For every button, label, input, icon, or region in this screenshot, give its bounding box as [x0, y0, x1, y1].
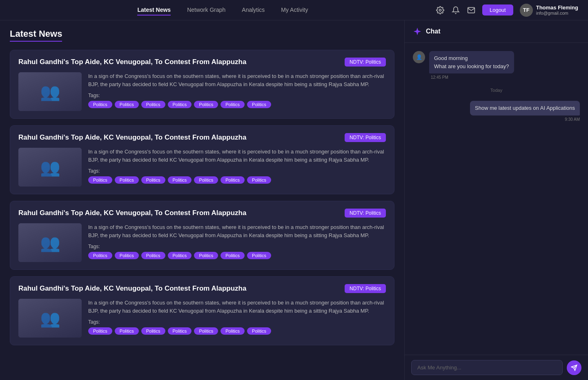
tag[interactable]: Politics: [115, 101, 139, 108]
card-description: In a sign of the Congress's focus on the…: [88, 72, 386, 89]
tag[interactable]: Politics: [141, 327, 165, 335]
article-image: [18, 299, 82, 338]
card-header: Rahul Gandhi's Top Aide, KC Venugopal, T…: [18, 58, 386, 67]
bot-avatar: 👤: [413, 51, 425, 63]
article-image: [18, 72, 82, 111]
chat-input[interactable]: [411, 360, 563, 375]
tag[interactable]: Politics: [141, 176, 165, 184]
chat-input-area: [405, 355, 588, 380]
tag[interactable]: Politics: [220, 101, 245, 108]
card-text-content: In a sign of the Congress's focus on the…: [88, 299, 386, 338]
msg-text: Good morningWhat are you looking for tod…: [429, 51, 514, 73]
tag[interactable]: Politics: [168, 176, 192, 184]
date-divider: Today: [413, 88, 580, 93]
tags-row: PoliticsPoliticsPoliticsPoliticsPolitics…: [88, 252, 386, 259]
card-title: Rahul Gandhi's Top Aide, KC Venugopal, T…: [18, 133, 246, 142]
tag[interactable]: Politics: [115, 176, 139, 184]
tag[interactable]: Politics: [220, 327, 245, 335]
tag[interactable]: Politics: [194, 252, 218, 259]
chat-messages: 👤 Good morningWhat are you looking for t…: [405, 43, 588, 355]
tag[interactable]: Politics: [141, 252, 165, 259]
chat-panel: Chat 👤 Good morningWhat are you looking …: [404, 20, 588, 380]
card-body: In a sign of the Congress's focus on the…: [18, 148, 386, 187]
card-description: In a sign of the Congress's focus on the…: [88, 223, 386, 240]
tag[interactable]: Politics: [247, 101, 271, 108]
tag[interactable]: Politics: [168, 252, 192, 259]
tag[interactable]: Politics: [141, 101, 165, 108]
user-text: Thomas Fleming info@gmail.com: [536, 4, 578, 16]
card-image: [18, 299, 82, 338]
tag[interactable]: Politics: [88, 176, 112, 184]
send-button[interactable]: [567, 360, 581, 375]
msg-text: Show me latest updates on AI Application…: [470, 101, 580, 116]
msg-content: Good morningWhat are you looking for tod…: [429, 51, 514, 80]
news-feed: Rahul Gandhi's Top Aide, KC Venugopal, T…: [10, 50, 394, 345]
mail-icon[interactable]: [467, 6, 476, 15]
tag[interactable]: Politics: [194, 327, 218, 335]
message-sent: Show me latest updates on AI Application…: [413, 101, 580, 122]
tag[interactable]: Politics: [88, 101, 112, 108]
tags-row: PoliticsPoliticsPoliticsPoliticsPolitics…: [88, 327, 386, 335]
user-email: info@gmail.com: [536, 11, 578, 16]
tags-row: PoliticsPoliticsPoliticsPoliticsPolitics…: [88, 101, 386, 108]
tag[interactable]: Politics: [247, 252, 271, 259]
card-header: Rahul Gandhi's Top Aide, KC Venugopal, T…: [18, 209, 386, 218]
card-text-content: In a sign of the Congress's focus on the…: [88, 72, 386, 111]
nav-my-activity[interactable]: My Activity: [281, 5, 308, 16]
nav-latest-news[interactable]: Latest News: [137, 5, 171, 16]
user-name: Thomas Fleming: [536, 4, 578, 11]
msg-time: 9:30 AM: [470, 117, 580, 122]
tag[interactable]: Politics: [115, 252, 139, 259]
card-source-badge[interactable]: NDTV: Politics: [345, 58, 386, 67]
tags-row: PoliticsPoliticsPoliticsPoliticsPolitics…: [88, 176, 386, 184]
tag[interactable]: Politics: [220, 176, 245, 184]
message-received: 👤 Good morningWhat are you looking for t…: [413, 51, 580, 80]
tag[interactable]: Politics: [194, 176, 218, 184]
card-text-content: In a sign of the Congress's focus on the…: [88, 148, 386, 187]
nav-analytics[interactable]: Analytics: [242, 5, 265, 16]
card-image: [18, 148, 82, 187]
page-title: Latest News: [10, 29, 62, 42]
tag[interactable]: Politics: [220, 252, 245, 259]
tag[interactable]: Politics: [247, 327, 271, 335]
content-area: Latest News Rahul Gandhi's Top Aide, KC …: [0, 20, 404, 380]
news-card: Rahul Gandhi's Top Aide, KC Venugopal, T…: [10, 201, 394, 270]
nav-network-graph[interactable]: Network Graph: [187, 5, 225, 16]
card-title: Rahul Gandhi's Top Aide, KC Venugopal, T…: [18, 284, 246, 293]
svg-point-0: [439, 9, 441, 11]
main-layout: Latest News Rahul Gandhi's Top Aide, KC …: [0, 20, 588, 380]
card-header: Rahul Gandhi's Top Aide, KC Venugopal, T…: [18, 133, 386, 142]
tags-label: Tags:: [88, 168, 386, 174]
card-image: [18, 72, 82, 111]
tags-label: Tags:: [88, 319, 386, 325]
card-source-badge[interactable]: NDTV: Politics: [345, 133, 386, 142]
tags-label: Tags:: [88, 244, 386, 249]
tag[interactable]: Politics: [168, 327, 192, 335]
article-image: [18, 148, 82, 187]
settings-icon[interactable]: [436, 6, 445, 15]
tag[interactable]: Politics: [88, 252, 112, 259]
article-image: [18, 223, 82, 262]
bell-icon[interactable]: [451, 6, 460, 15]
tag[interactable]: Politics: [168, 101, 192, 108]
tag[interactable]: Politics: [88, 327, 112, 335]
user-info[interactable]: TF Thomas Fleming info@gmail.com: [520, 4, 578, 17]
tag[interactable]: Politics: [194, 101, 218, 108]
news-card: Rahul Gandhi's Top Aide, KC Venugopal, T…: [10, 125, 394, 194]
tag[interactable]: Politics: [115, 327, 139, 335]
news-card: Rahul Gandhi's Top Aide, KC Venugopal, T…: [10, 50, 394, 119]
card-description: In a sign of the Congress's focus on the…: [88, 148, 386, 164]
news-card: Rahul Gandhi's Top Aide, KC Venugopal, T…: [10, 276, 394, 345]
card-title: Rahul Gandhi's Top Aide, KC Venugopal, T…: [18, 209, 246, 217]
card-body: In a sign of the Congress's focus on the…: [18, 223, 386, 262]
svg-marker-1: [414, 28, 421, 35]
avatar: TF: [520, 4, 533, 17]
logout-button[interactable]: Logout: [482, 4, 513, 16]
ai-sparkle-icon: [413, 27, 422, 36]
card-source-badge[interactable]: NDTV: Politics: [345, 284, 386, 293]
tag[interactable]: Politics: [247, 176, 271, 184]
card-text-content: In a sign of the Congress's focus on the…: [88, 223, 386, 262]
card-source-badge[interactable]: NDTV: Politics: [345, 209, 386, 218]
card-body: In a sign of the Congress's focus on the…: [18, 299, 386, 338]
chat-header: Chat: [405, 20, 588, 43]
